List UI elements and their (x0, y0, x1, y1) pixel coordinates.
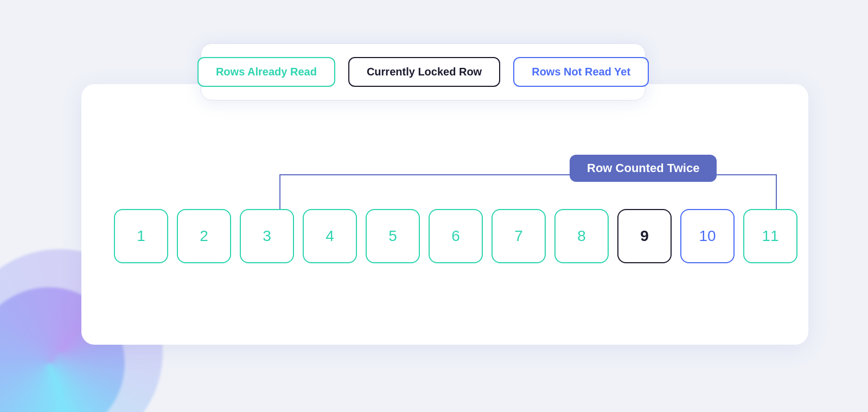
row-3: 3 (240, 209, 294, 263)
row-8: 8 (554, 209, 609, 263)
row-2: 2 (177, 209, 231, 263)
row-10: 10 (680, 209, 735, 263)
rows-container: 1 2 3 4 5 6 7 8 9 10 11 (114, 209, 797, 263)
legend-panel: Rows Already Read Currently Locked Row R… (201, 43, 646, 100)
row-4: 4 (303, 209, 357, 263)
main-container: Rows Already Read Currently Locked Row R… (81, 43, 814, 364)
row-5: 5 (366, 209, 420, 263)
row-1: 1 (114, 209, 168, 263)
bracket-label: Row Counted Twice (570, 155, 717, 182)
legend-already-read: Rows Already Read (197, 57, 335, 87)
row-6: 6 (429, 209, 483, 263)
row-11: 11 (743, 209, 797, 263)
main-panel: Row Counted Twice ▼ 1 2 3 4 5 6 7 8 9 10… (81, 84, 808, 345)
bracket-line-top (279, 174, 776, 175)
legend-not-read: Rows Not Read Yet (513, 57, 649, 87)
row-9: 9 (617, 209, 672, 263)
legend-locked-row: Currently Locked Row (348, 57, 500, 87)
row-7: 7 (492, 209, 546, 263)
